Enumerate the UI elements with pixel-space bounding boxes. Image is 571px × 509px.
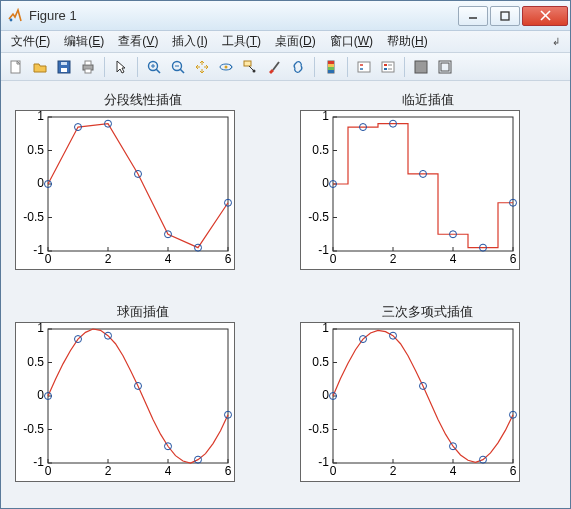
axes[interactable]: -1-0.500.510246: [15, 322, 235, 482]
undock-icon[interactable]: [434, 56, 456, 78]
legend-edit-icon[interactable]: [377, 56, 399, 78]
ytick-label: 1: [322, 322, 329, 335]
svg-rect-33: [382, 62, 394, 72]
new-file-icon[interactable]: [5, 56, 27, 78]
svg-line-17: [180, 69, 184, 73]
axes[interactable]: -1-0.500.510246: [15, 110, 235, 270]
ytick-label: 1: [37, 322, 44, 335]
svg-rect-38: [415, 61, 427, 73]
menu-view[interactable]: 查看(V): [112, 31, 164, 52]
zoom-in-icon[interactable]: [143, 56, 165, 78]
svg-rect-21: [244, 61, 251, 66]
toolbar: [1, 53, 570, 81]
svg-point-23: [253, 69, 256, 72]
minimize-button[interactable]: [458, 6, 488, 26]
xtick-label: 6: [509, 464, 516, 478]
dock-icon[interactable]: [410, 56, 432, 78]
svg-line-24: [273, 62, 279, 70]
print-icon[interactable]: [77, 56, 99, 78]
link-icon[interactable]: [287, 56, 309, 78]
colorbar-icon[interactable]: [320, 56, 342, 78]
ytick-label: -0.5: [23, 210, 44, 224]
titlebar[interactable]: Figure 1: [1, 1, 570, 31]
plot-area: 分段线性插值-1-0.500.510246临近插值-1-0.500.510246…: [1, 81, 570, 508]
xtick-label: 0: [45, 252, 52, 266]
svg-rect-41: [48, 117, 228, 251]
ytick-label: 1: [322, 110, 329, 123]
close-button[interactable]: [522, 6, 568, 26]
menu-overflow-icon[interactable]: ↲: [552, 36, 566, 47]
ytick-label: -1: [318, 455, 329, 469]
menu-edit[interactable]: 编辑(E): [58, 31, 110, 52]
xtick-label: 6: [225, 252, 232, 266]
ytick-label: 0.5: [312, 354, 329, 368]
menu-insert[interactable]: 插入(I): [166, 31, 213, 52]
svg-rect-34: [384, 64, 387, 66]
svg-rect-71: [333, 329, 513, 463]
subplot-2[interactable]: 临近插值-1-0.500.510246: [300, 91, 557, 283]
svg-rect-27: [328, 64, 334, 67]
svg-rect-35: [384, 68, 387, 70]
matlab-icon: [7, 8, 23, 24]
ytick-label: -0.5: [308, 210, 329, 224]
chart-title: 分段线性插值: [15, 91, 272, 107]
svg-point-0: [10, 18, 13, 21]
ytick-label: -1: [33, 455, 44, 469]
xtick-label: 2: [105, 464, 112, 478]
toolbar-separator: [404, 57, 405, 77]
xtick-label: 0: [329, 252, 336, 266]
menu-help[interactable]: 帮助(H): [381, 31, 434, 52]
zoom-out-icon[interactable]: [167, 56, 189, 78]
ytick-label: 0.5: [312, 143, 329, 157]
ytick-label: 0: [322, 176, 329, 190]
ytick-label: 0.5: [27, 354, 44, 368]
open-file-icon[interactable]: [29, 56, 51, 78]
axes[interactable]: -1-0.500.510246: [300, 322, 520, 482]
xtick-label: 0: [45, 464, 52, 478]
pan-icon[interactable]: [191, 56, 213, 78]
axes[interactable]: -1-0.500.510246: [300, 110, 520, 270]
chart-title: 球面插值: [15, 303, 272, 319]
brush-icon[interactable]: [263, 56, 285, 78]
xtick-label: 6: [509, 252, 516, 266]
ytick-label: 1: [37, 110, 44, 123]
xtick-label: 2: [105, 252, 112, 266]
svg-rect-61: [48, 329, 228, 463]
ytick-label: 0: [37, 388, 44, 402]
ytick-label: 0.5: [27, 143, 44, 157]
svg-rect-2: [501, 12, 509, 20]
svg-rect-11: [85, 69, 91, 73]
save-icon[interactable]: [53, 56, 75, 78]
svg-rect-7: [61, 68, 67, 72]
subplot-1[interactable]: 分段线性插值-1-0.500.510246: [15, 91, 272, 283]
xtick-label: 4: [165, 464, 172, 478]
menu-tools[interactable]: 工具(T): [216, 31, 267, 52]
menu-window[interactable]: 窗口(W): [324, 31, 379, 52]
menu-file[interactable]: 文件(F): [5, 31, 56, 52]
ytick-label: -0.5: [23, 421, 44, 435]
xtick-label: 2: [389, 464, 396, 478]
svg-rect-30: [358, 62, 370, 72]
svg-rect-28: [328, 67, 334, 70]
toolbar-separator: [314, 57, 315, 77]
maximize-button[interactable]: [490, 6, 520, 26]
ytick-label: 0: [37, 176, 44, 190]
xtick-label: 2: [389, 252, 396, 266]
xtick-label: 4: [165, 252, 172, 266]
xtick-label: 6: [225, 464, 232, 478]
legend-insert-icon[interactable]: [353, 56, 375, 78]
ytick-label: -1: [33, 243, 44, 257]
subplot-3[interactable]: 球面插值-1-0.500.510246: [15, 303, 272, 495]
svg-point-20: [225, 65, 228, 68]
pointer-icon[interactable]: [110, 56, 132, 78]
ytick-label: -1: [318, 243, 329, 257]
svg-rect-51: [333, 117, 513, 251]
rotate3d-icon[interactable]: [215, 56, 237, 78]
subplot-4[interactable]: 三次多项式插值-1-0.500.510246: [300, 303, 557, 495]
window-title: Figure 1: [29, 8, 458, 23]
toolbar-separator: [137, 57, 138, 77]
menu-desktop[interactable]: 桌面(D): [269, 31, 322, 52]
ytick-label: -0.5: [308, 421, 329, 435]
chart-title: 三次多项式插值: [300, 303, 557, 319]
data-cursor-icon[interactable]: [239, 56, 261, 78]
